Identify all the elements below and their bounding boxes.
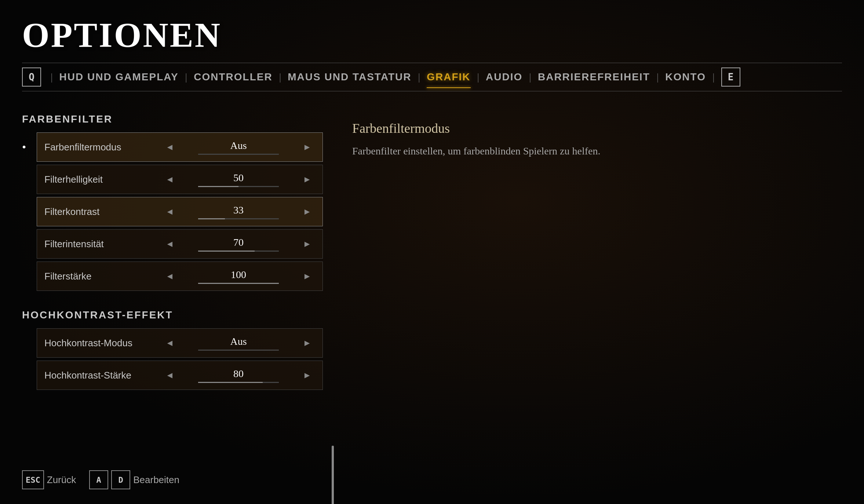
hochkontrast-settings: Hochkontrast-Modus ◄ Aus ► [22, 328, 323, 390]
nav-sep-3: | [418, 71, 420, 83]
section-header-hochkontrast: HOCHKONTRAST-EFFEKT [22, 309, 323, 321]
farbenfiltermodus-value: Aus [230, 140, 247, 151]
filterhelligkeit-label: Filterhelligkeit [44, 174, 162, 185]
bottom-actions-back: ESC Zurück [22, 470, 82, 489]
section-header-farbenfilter: FARBENFILTER [22, 113, 323, 125]
hochkontrast-staerke-value-area: 80 [178, 368, 299, 383]
nav-item-controller[interactable]: CONTROLLER [194, 71, 272, 83]
setting-row-hochkontrast-modus: Hochkontrast-Modus ◄ Aus ► [22, 328, 323, 358]
hochkontrast-modus-value-area: Aus [178, 336, 299, 351]
page-wrapper: OPTIONEN Q | HUD UND GAMEPLAY | CONTROLL… [0, 0, 864, 504]
info-title: Farbenfiltermodus [352, 121, 842, 136]
hochkontrast-modus-label: Hochkontrast-Modus [44, 337, 162, 349]
right-panel: Farbenfiltermodus Farbenfilter einstelle… [352, 113, 842, 408]
nav-right-key[interactable]: E [721, 67, 740, 87]
filterstaerke-label: Filterstärke [44, 271, 162, 282]
setting-row-filterhelligkeit: Filterhelligkeit ◄ 50 ► [22, 165, 323, 194]
scroll-thumb [332, 446, 334, 504]
nav-item-maus[interactable]: MAUS UND TASTATUR [288, 71, 411, 83]
setting-row-filterkontrast: Filterkontrast ◄ 33 ► [22, 197, 323, 226]
nav-item-hud[interactable]: HUD UND GAMEPLAY [59, 71, 179, 83]
main-content: FARBENFILTER • Farbenfiltermodus ◄ Aus [22, 113, 842, 408]
bullet-farbenfiltermodus: • [22, 140, 31, 154]
back-label: Zurück [47, 474, 76, 486]
nav-item-grafik[interactable]: GRAFIK [427, 71, 470, 83]
hochkontrast-staerke-fill [198, 382, 263, 383]
nav-item-barriere[interactable]: BARRIEREFREIHEIT [538, 71, 650, 83]
hochkontrast-modus-arrow-right[interactable]: ► [299, 338, 315, 348]
d-key[interactable]: D [111, 470, 130, 489]
hochkontrast-modus-track [198, 350, 279, 351]
hochkontrast-staerke-arrow-left[interactable]: ◄ [162, 370, 178, 380]
setting-row-filterstaerke: Filterstärke ◄ 100 ► [22, 262, 323, 291]
filterintensitaet-control[interactable]: Filterintensität ◄ 70 ► [37, 229, 323, 259]
filterkontrast-arrow-right[interactable]: ► [299, 207, 315, 217]
info-description: Farbenfilter einstellen, um farbenblinde… [352, 143, 609, 159]
filterstaerke-control[interactable]: Filterstärke ◄ 100 ► [37, 262, 323, 291]
farbenfiltermodus-arrow-right[interactable]: ► [299, 142, 315, 152]
bottom-bar: ESC Zurück A D Bearbeiten [22, 470, 185, 489]
filterintensitaet-arrow-right[interactable]: ► [299, 239, 315, 249]
esc-key[interactable]: ESC [22, 470, 44, 489]
nav-item-konto[interactable]: KONTO [665, 71, 706, 83]
filterstaerke-arrow-right[interactable]: ► [299, 271, 315, 281]
filterkontrast-arrow-left[interactable]: ◄ [162, 207, 178, 217]
nav-sep-2: | [279, 71, 281, 83]
hochkontrast-modus-value: Aus [230, 336, 247, 347]
scroll-bar[interactable] [332, 446, 334, 504]
filterhelligkeit-track [198, 186, 279, 187]
nav-item-audio[interactable]: AUDIO [486, 71, 522, 83]
hochkontrast-staerke-arrow-right[interactable]: ► [299, 370, 315, 380]
bottom-actions-edit: A D Bearbeiten [89, 470, 185, 489]
nav-left-key[interactable]: Q [22, 67, 41, 87]
filterstaerke-value-area: 100 [178, 269, 299, 284]
page-title: OPTIONEN [22, 15, 842, 55]
nav-sep-5: | [529, 71, 531, 83]
hochkontrast-staerke-control[interactable]: Hochkontrast-Stärke ◄ 80 ► [37, 361, 323, 390]
hochkontrast-staerke-label: Hochkontrast-Stärke [44, 370, 162, 381]
setting-row-hochkontrast-staerke: Hochkontrast-Stärke ◄ 80 ► [22, 361, 323, 390]
edit-label: Bearbeiten [133, 474, 179, 486]
farbenfiltermodus-track [198, 154, 279, 155]
nav-bar: Q | HUD UND GAMEPLAY | CONTROLLER | MAUS… [22, 63, 842, 91]
setting-row-filterintensitaet: Filterintensität ◄ 70 ► [22, 229, 323, 259]
left-panel: FARBENFILTER • Farbenfiltermodus ◄ Aus [22, 113, 323, 408]
filterhelligkeit-fill [198, 186, 238, 187]
filterstaerke-value: 100 [231, 269, 246, 281]
nav-sep-4: | [477, 71, 480, 83]
filterhelligkeit-arrow-left[interactable]: ◄ [162, 175, 178, 185]
hochkontrast-modus-control[interactable]: Hochkontrast-Modus ◄ Aus ► [37, 328, 323, 358]
farbenfiltermodus-arrow-left[interactable]: ◄ [162, 142, 178, 152]
nav-separator-left: | [51, 71, 53, 83]
farbenfiltermodus-label: Farbenfiltermodus [44, 142, 162, 153]
farbenfilter-list: • Farbenfiltermodus ◄ Aus ► [22, 132, 323, 291]
filterintensitaet-value: 70 [233, 237, 244, 248]
nav-separator-right: | [712, 71, 715, 83]
setting-row-farbenfiltermodus: • Farbenfiltermodus ◄ Aus ► [22, 132, 323, 162]
hochkontrast-modus-arrow-left[interactable]: ◄ [162, 338, 178, 348]
filterintensitaet-fill [198, 251, 255, 252]
hochkontrast-staerke-track [198, 382, 279, 383]
filterstaerke-arrow-left[interactable]: ◄ [162, 271, 178, 281]
filterhelligkeit-value: 50 [233, 172, 244, 184]
filterkontrast-track [198, 218, 279, 219]
filterintensitaet-track [198, 251, 279, 252]
nav-sep-1: | [185, 71, 187, 83]
hochkontrast-staerke-value: 80 [233, 368, 244, 380]
farbenfilter-settings: • Farbenfiltermodus ◄ Aus ► [22, 132, 323, 291]
farbenfiltermodus-control[interactable]: Farbenfiltermodus ◄ Aus ► [37, 132, 323, 162]
farbenfiltermodus-value-area: Aus [178, 140, 299, 155]
filterhelligkeit-control[interactable]: Filterhelligkeit ◄ 50 ► [37, 165, 323, 194]
filterkontrast-control[interactable]: Filterkontrast ◄ 33 ► [37, 197, 323, 226]
filterhelligkeit-arrow-right[interactable]: ► [299, 175, 315, 185]
filterintensitaet-value-area: 70 [178, 237, 299, 252]
filterhelligkeit-value-area: 50 [178, 172, 299, 187]
filterstaerke-track [198, 283, 279, 284]
nav-sep-6: | [657, 71, 659, 83]
filterkontrast-value: 33 [233, 204, 244, 216]
filterintensitaet-label: Filterintensität [44, 238, 162, 250]
filterkontrast-value-area: 33 [178, 204, 299, 219]
filterintensitaet-arrow-left[interactable]: ◄ [162, 239, 178, 249]
filterkontrast-fill [198, 218, 225, 219]
a-key[interactable]: A [89, 470, 108, 489]
